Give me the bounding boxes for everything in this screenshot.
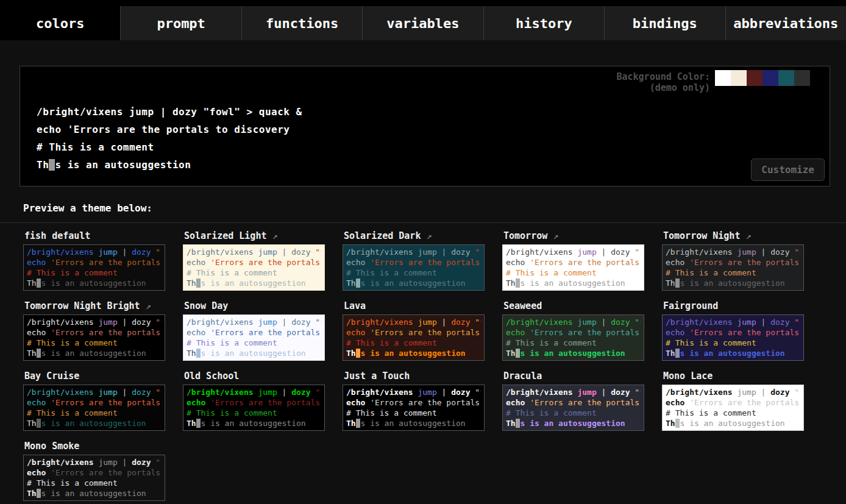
token-autosuggestion: s is an autosuggestion (41, 489, 146, 498)
theme-name[interactable]: Seaweed (502, 297, 644, 314)
theme-name[interactable]: Mono Lace (662, 367, 804, 385)
preview-line: /bright/vixens jump | dozy "fowl" > quac… (187, 317, 321, 327)
theme-preview[interactable]: /bright/vixens jump | dozy "fowl" > quac… (662, 385, 804, 431)
token-comment: # This is a comment (666, 268, 756, 277)
token-comment: # This is a comment (37, 141, 154, 153)
theme-name[interactable]: Lava (343, 297, 485, 314)
theme-preview[interactable]: /bright/vixens jump | dozy "fowl" > quac… (502, 244, 644, 291)
token-comment: # This is a comment (27, 268, 118, 277)
preview-line: This is an autosuggestion (27, 348, 162, 358)
theme-preview[interactable]: /bright/vixens jump | dozy "fowl" > quac… (343, 385, 485, 431)
background-swatch-2[interactable] (731, 70, 747, 86)
token-quote: 'Errors are the portals to discovery (370, 328, 481, 337)
token-autosuggestion: s is an autosuggestion (360, 419, 465, 428)
background-swatch-1[interactable] (715, 70, 731, 86)
token-param: jump (258, 318, 277, 327)
background-swatch-3[interactable] (747, 70, 762, 86)
theme-solarized-dark: Solarized Dark ↗/bright/vixens jump | do… (343, 227, 485, 291)
token-quote: "fowl" (475, 247, 481, 257)
token-quote: 'Errors are the portals to discovery (689, 328, 800, 337)
token-quote: "fowl" (155, 458, 162, 467)
tab-colors[interactable]: colors (0, 6, 120, 40)
theme-preview[interactable]: /bright/vixens jump | dozy "fowl" > quac… (23, 385, 165, 431)
tab-bindings[interactable]: bindings (604, 6, 725, 40)
background-swatch-5[interactable] (778, 70, 794, 86)
token-fg (205, 258, 210, 267)
theme-preview[interactable]: /bright/vixens jump | dozy "fowl" > quac… (23, 244, 165, 291)
preview-line: /bright/vixens jump | dozy "fowl" > quac… (666, 317, 800, 327)
cursor-block: i (49, 159, 55, 171)
theme-name[interactable]: Fairground (662, 297, 804, 314)
token-command: echo (346, 398, 365, 407)
tab-abbreviations[interactable]: abbreviations (725, 6, 846, 40)
token-param: jump (577, 247, 596, 257)
theme-name[interactable]: Tomorrow ↗ (502, 227, 644, 244)
token-quote: "fowl" (315, 388, 321, 397)
token-quote: "fowl" (634, 388, 641, 397)
token-quote: 'Errors are the portals to discovery (51, 328, 162, 337)
token-command: echo (346, 258, 365, 267)
preview-line: echo 'Errors are the portals to discover… (346, 257, 481, 268)
theme-name[interactable]: fish default (23, 227, 165, 244)
theme-name[interactable]: Snow Day (183, 297, 325, 314)
tab-variables[interactable]: variables (362, 6, 483, 40)
theme-preview[interactable]: /bright/vixens jump | dozy "fowl" > quac… (343, 314, 485, 361)
preview-line: This is an autosuggestion (506, 278, 641, 288)
token-quote: 'Errors are the portals to discovery (68, 124, 290, 135)
preview-line: /bright/vixens jump | dozy "fowl" > quac… (346, 247, 481, 257)
theme-preview[interactable]: /bright/vixens jump | dozy "fowl" > quac… (23, 455, 165, 501)
theme-preview[interactable]: /bright/vixens jump | dozy "fowl" > quac… (183, 314, 325, 361)
token-comment: # This is a comment (187, 338, 277, 347)
theme-old-school: Old School/bright/vixens jump | dozy "fo… (183, 367, 325, 431)
theme-preview[interactable]: /bright/vixens jump | dozy "fowl" > quac… (23, 314, 165, 361)
theme-name[interactable]: Tomorrow Night Bright ↗ (23, 297, 165, 314)
theme-preview[interactable]: /bright/vixens jump | dozy "fowl" > quac… (662, 314, 804, 361)
token-typed: Th (27, 349, 37, 358)
token-typed: Th (187, 279, 196, 288)
theme-preview[interactable]: /bright/vixens jump | dozy "fowl" > quac… (502, 385, 644, 431)
theme-name[interactable]: Bay Cruise (23, 367, 165, 385)
theme-preview[interactable]: /bright/vixens jump | dozy "fowl" > quac… (183, 244, 325, 291)
background-swatch-4[interactable] (762, 70, 778, 86)
theme-name[interactable]: Tomorrow Night ↗ (662, 227, 804, 244)
background-swatch-6[interactable] (794, 70, 810, 86)
preview-line: # This is a comment (666, 408, 800, 418)
token-fg: > (240, 106, 258, 118)
tab-prompt[interactable]: prompt (120, 6, 241, 40)
background-swatch-7[interactable] (810, 70, 826, 86)
token-command: dozy (291, 388, 310, 397)
theme-dracula: Dracula/bright/vixens jump | dozy "fowl"… (502, 367, 644, 431)
theme-preview[interactable]: /bright/vixens jump | dozy "fowl" > quac… (662, 244, 804, 291)
token-comment: # This is a comment (666, 338, 756, 347)
demo-only-label: (demo only) (616, 82, 710, 93)
token-command: echo (346, 328, 365, 337)
tab-history[interactable]: history (483, 6, 604, 40)
theme-tomorrow-night: Tomorrow Night ↗/bright/vixens jump | do… (662, 227, 804, 291)
preview-line: This is an autosuggestion (666, 278, 800, 288)
preview-line: This is an autosuggestion (346, 418, 481, 428)
theme-fish-default: fish default/bright/vixens jump | dozy "… (23, 227, 165, 291)
theme-name[interactable]: Dracula (502, 367, 644, 385)
theme-preview[interactable]: /bright/vixens jump | dozy "fowl" > quac… (502, 314, 644, 361)
theme-snow-day: Snow Day/bright/vixens jump | dozy "fowl… (183, 297, 325, 361)
token-quote: "fowl" (475, 388, 481, 397)
customize-button[interactable]: Customize (751, 158, 825, 181)
preview-line: This is an autosuggestion (346, 348, 481, 358)
theme-name[interactable]: Solarized Light ↗ (183, 227, 325, 244)
token-command: /bright/vixens (346, 318, 413, 327)
theme-name[interactable]: Mono Smoke (23, 437, 165, 455)
theme-preview[interactable]: /bright/vixens jump | dozy "fowl" > quac… (183, 385, 325, 431)
theme-preview[interactable]: /bright/vixens jump | dozy "fowl" > quac… (343, 244, 485, 291)
token-param: jump (98, 388, 117, 397)
theme-name[interactable]: Just a Touch (343, 367, 485, 385)
preview-line: This is an autosuggestion (666, 418, 800, 428)
theme-name[interactable]: Old School (183, 367, 325, 385)
token-comment: # This is a comment (506, 408, 597, 417)
tab-functions[interactable]: functions (241, 6, 362, 40)
token-quote: "fowl" (155, 388, 162, 397)
theme-name[interactable]: Solarized Dark ↗ (343, 227, 485, 244)
token-command: dozy (611, 247, 630, 257)
token-fg: | (437, 247, 451, 257)
token-fg (46, 398, 51, 407)
preview-line: # This is a comment (346, 338, 481, 348)
